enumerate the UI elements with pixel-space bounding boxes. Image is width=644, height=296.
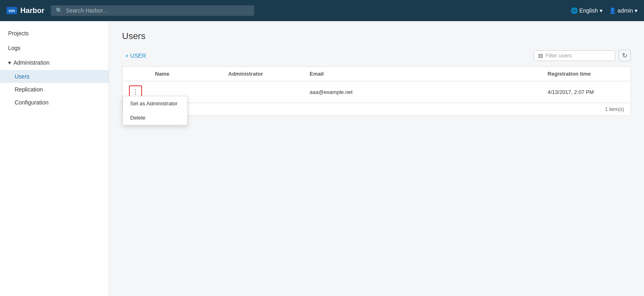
refresh-button[interactable]: ↻ xyxy=(618,50,631,61)
filter-users-input[interactable] xyxy=(546,52,611,59)
administration-label: Administration xyxy=(13,59,50,66)
sidebar-item-projects[interactable]: Projects xyxy=(0,26,109,41)
sidebar-item-logs[interactable]: Logs xyxy=(0,41,109,55)
sidebar-item-replication[interactable]: Replication xyxy=(0,83,109,96)
brand: vm Harbor xyxy=(7,7,44,15)
search-input[interactable] xyxy=(66,7,249,14)
col-header-name: Name xyxy=(148,67,222,81)
page-title: Users xyxy=(122,31,631,41)
refresh-icon: ↻ xyxy=(622,52,627,59)
filter-input-wrap[interactable]: ⊟ xyxy=(534,50,615,61)
globe-icon: 🌐 xyxy=(571,7,578,14)
user-menu[interactable]: 👤 admin ▾ xyxy=(609,7,637,14)
main-content: Users + USER ⊟ ↻ Name Administra xyxy=(109,21,644,296)
navbar-right: 🌐 English ▾ 👤 admin ▾ xyxy=(571,7,637,14)
language-label: English xyxy=(579,7,598,14)
lang-chevron-icon: ▾ xyxy=(600,7,603,14)
search-icon: 🔍 xyxy=(56,7,63,14)
col-header-action xyxy=(122,67,148,81)
sidebar-item-administration[interactable]: ▾ Administration xyxy=(0,55,109,70)
col-header-admin: Administrator xyxy=(222,67,303,81)
row-administrator xyxy=(222,81,303,103)
app-name: Harbor xyxy=(20,7,44,15)
search-bar[interactable]: 🔍 xyxy=(51,5,254,16)
user-label: admin xyxy=(618,7,633,14)
row-registration-time: 4/13/2017, 2:07 PM xyxy=(541,81,631,103)
sidebar-item-users[interactable]: Users xyxy=(0,70,109,83)
toolbar: + USER ⊟ ↻ xyxy=(122,50,631,61)
table-row: ⋮ Set as Administrator Delete aaa@exampl… xyxy=(122,81,631,103)
users-table: Name Administrator Email Registration ti… xyxy=(122,67,631,103)
language-selector[interactable]: 🌐 English ▾ xyxy=(571,7,603,14)
col-header-email: Email xyxy=(303,67,541,81)
layout: Projects Logs ▾ Administration Users Rep… xyxy=(0,21,644,296)
vm-logo: vm xyxy=(7,7,17,14)
action-cell: ⋮ Set as Administrator Delete xyxy=(122,81,148,103)
user-icon: 👤 xyxy=(609,7,616,14)
navbar: vm Harbor 🔍 🌐 English ▾ 👤 admin ▾ xyxy=(0,0,644,21)
sidebar: Projects Logs ▾ Administration Users Rep… xyxy=(0,21,109,296)
add-user-button[interactable]: + USER xyxy=(122,51,149,61)
set-admin-menu-item[interactable]: Set as Administrator xyxy=(123,96,187,111)
col-header-reg: Registration time xyxy=(541,67,631,81)
sidebar-item-configuration[interactable]: Configuration xyxy=(0,96,109,109)
filter-area: ⊟ ↻ xyxy=(534,50,631,61)
delete-menu-item[interactable]: Delete xyxy=(123,111,187,125)
users-table-wrap: Name Administrator Email Registration ti… xyxy=(122,66,631,116)
chevron-down-icon: ▾ xyxy=(8,59,11,66)
filter-icon: ⊟ xyxy=(538,52,543,59)
user-chevron-icon: ▾ xyxy=(635,7,637,14)
context-menu: Set as Administrator Delete xyxy=(122,96,188,125)
table-header: Name Administrator Email Registration ti… xyxy=(122,67,631,81)
row-email: aaa@example.net xyxy=(303,81,541,103)
table-footer: 1 item(s) xyxy=(122,103,631,115)
table-body: ⋮ Set as Administrator Delete aaa@exampl… xyxy=(122,81,631,103)
